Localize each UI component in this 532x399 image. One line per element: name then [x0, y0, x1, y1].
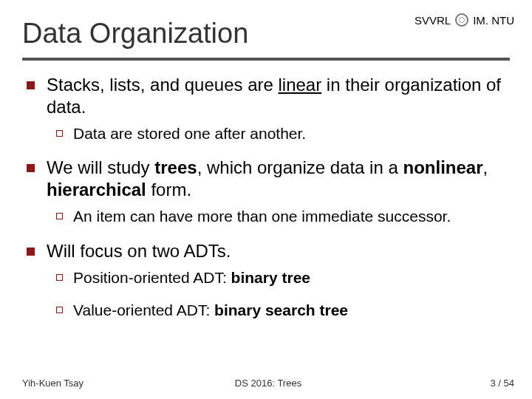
bullet-l1: Stacks, lists, and queues are linear in … — [27, 74, 505, 118]
subbullet-text: Data are stored one after another. — [73, 124, 306, 143]
bullet-l1: Will focus on two ADTs. — [27, 240, 505, 262]
bullet-l2: Data are stored one after another. — [56, 124, 505, 143]
footer-page: 3 / 54 — [490, 378, 514, 389]
university-seal-icon — [455, 13, 468, 27]
hollow-square-bullet-icon — [56, 307, 63, 313]
bullet-text: We will study trees, which organize data… — [47, 157, 505, 201]
subbullet-text: An item can have more than one immediate… — [73, 207, 451, 226]
hollow-square-bullet-icon — [56, 274, 63, 281]
footer-author: Yih-Kuen Tsay — [22, 378, 83, 389]
slide: SVVRL IM. NTU Data Organization Stacks, … — [0, 0, 532, 399]
square-bullet-icon — [27, 248, 35, 256]
bullet-l2: Position-oriented ADT: binary tree — [56, 268, 505, 287]
footer: Yih-Kuen Tsay DS 2016: Trees 3 / 54 — [22, 378, 514, 389]
header-right: SVVRL IM. NTU — [415, 13, 514, 27]
bullet-l2: Value-oriented ADT: binary search tree — [56, 301, 505, 320]
square-bullet-icon — [27, 164, 35, 172]
bullet-text: Will focus on two ADTs. — [47, 240, 231, 262]
bullet-text: Stacks, lists, and queues are linear in … — [47, 74, 505, 118]
org-left: SVVRL — [415, 14, 451, 27]
subbullet-text: Value-oriented ADT: binary search tree — [73, 301, 348, 320]
title-rule — [22, 58, 510, 61]
subbullet-text: Position-oriented ADT: binary tree — [73, 268, 310, 287]
hollow-square-bullet-icon — [56, 130, 63, 137]
footer-course: DS 2016: Trees — [235, 378, 301, 389]
org-right: IM. NTU — [473, 14, 514, 27]
square-bullet-icon — [27, 81, 35, 89]
slide-body: Stacks, lists, and queues are linear in … — [27, 74, 505, 333]
bullet-l1: We will study trees, which organize data… — [27, 157, 505, 201]
hollow-square-bullet-icon — [56, 213, 63, 219]
slide-title: Data Organization — [22, 18, 248, 50]
bullet-l2: An item can have more than one immediate… — [56, 207, 505, 226]
